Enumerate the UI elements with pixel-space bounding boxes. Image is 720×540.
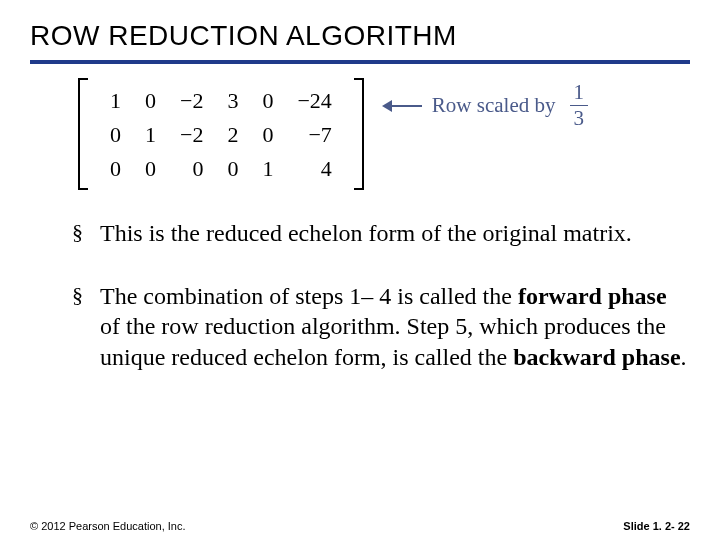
table-row: 0 0 0 0 1 4	[98, 152, 344, 186]
annotation-text: Row scaled by	[432, 93, 556, 118]
matrix-cell: −2	[168, 118, 215, 152]
fraction-numerator: 1	[570, 82, 589, 106]
matrix-cell: −7	[285, 118, 343, 152]
matrix-cell: −24	[285, 84, 343, 118]
matrix-cell: 0	[215, 152, 250, 186]
matrix-cell: 2	[215, 118, 250, 152]
matrix-cell: 1	[250, 152, 285, 186]
fraction-denominator: 3	[574, 106, 585, 129]
matrix-body: 1 0 −2 3 0 −24 0 1 −2 2 0 −7	[98, 84, 344, 186]
matrix-cell: 0	[250, 84, 285, 118]
arrow-left-icon	[382, 99, 422, 113]
list-item: This is the reduced echelon form of the …	[72, 218, 690, 249]
fraction: 1 3	[570, 82, 589, 129]
table-row: 1 0 −2 3 0 −24	[98, 84, 344, 118]
matrix-right-bracket	[354, 78, 364, 190]
matrix-cell: 0	[168, 152, 215, 186]
row-annotation: Row scaled by 1 3	[382, 82, 588, 129]
table-row: 0 1 −2 2 0 −7	[98, 118, 344, 152]
matrix-cell: 0	[133, 152, 168, 186]
title-underline	[30, 60, 690, 64]
matrix-cell: 0	[250, 118, 285, 152]
slide-title: ROW REDUCTION ALGORITHM	[30, 20, 690, 52]
list-item: The combination of steps 1– 4 is called …	[72, 281, 690, 373]
matrix-cell: 0	[98, 118, 133, 152]
matrix-left-bracket	[78, 78, 88, 190]
matrix-cell: 1	[98, 84, 133, 118]
slide-number: Slide 1. 2- 22	[623, 520, 690, 532]
copyright-text: © 2012 Pearson Education, Inc.	[30, 520, 185, 532]
matrix-cell: 0	[98, 152, 133, 186]
matrix: 1 0 −2 3 0 −24 0 1 −2 2 0 −7	[78, 78, 364, 190]
matrix-cell: 0	[133, 84, 168, 118]
matrix-cell: 4	[285, 152, 343, 186]
matrix-cell: 3	[215, 84, 250, 118]
bullet-list: This is the reduced echelon form of the …	[30, 218, 690, 373]
matrix-cell: −2	[168, 84, 215, 118]
matrix-figure: 1 0 −2 3 0 −24 0 1 −2 2 0 −7	[78, 78, 690, 190]
matrix-cell: 1	[133, 118, 168, 152]
